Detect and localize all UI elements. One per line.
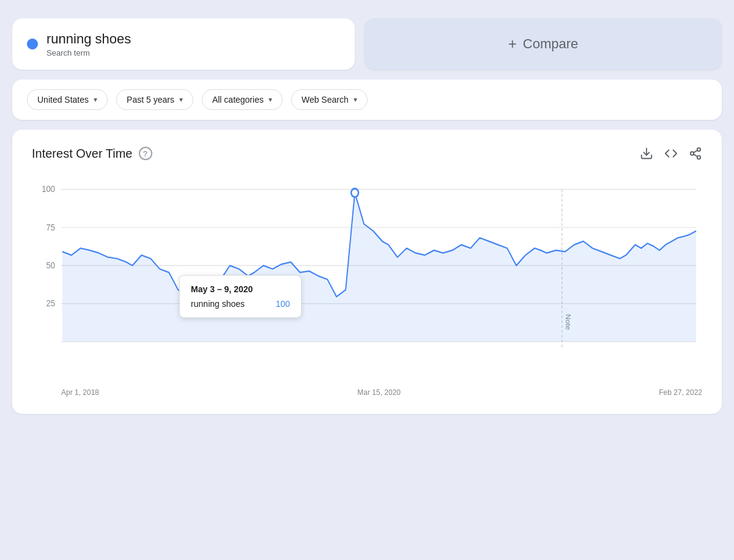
search-term-dot [27,39,38,50]
compare-label: Compare [523,36,578,52]
tooltip-term: running shoes [191,299,245,309]
download-icon[interactable] [640,147,653,160]
filter-type-label: Web Search [302,95,349,105]
filter-region-label: United States [37,95,89,105]
svg-text:25: 25 [46,298,55,308]
tooltip-row: running shoes 100 [191,299,290,309]
filter-region[interactable]: United States ▾ [27,89,108,110]
filter-time-label: Past 5 years [127,95,174,105]
chevron-down-icon: ▾ [354,95,357,104]
svg-line-5 [694,150,697,153]
x-label-mid: Mar 15, 2020 [357,388,401,397]
chart-card: Interest Over Time ? [12,130,722,414]
tooltip-date: May 3 – 9, 2020 [191,284,290,294]
svg-marker-17 [62,193,696,342]
filter-time[interactable]: Past 5 years ▾ [116,89,193,110]
search-term-label: Search term [46,48,131,57]
share-icon[interactable] [689,147,702,160]
svg-line-4 [694,154,697,157]
filter-type[interactable]: Web Search ▾ [291,89,368,110]
chevron-down-icon: ▾ [179,95,183,104]
tooltip-value: 100 [276,299,290,309]
search-card: running shoes Search term [12,18,355,70]
x-label-start: Apr 1, 2018 [61,388,99,397]
compare-card[interactable]: + Compare [365,18,722,70]
x-label-end: Feb 27, 2022 [659,388,702,397]
top-section: running shoes Search term + Compare [12,18,722,70]
filter-category[interactable]: All categories ▾ [202,89,283,110]
code-icon[interactable] [664,147,678,160]
svg-text:50: 50 [46,260,55,270]
chart-title: Interest Over Time [32,147,133,161]
search-term-info: running shoes Search term [46,31,131,57]
chevron-down-icon: ▾ [269,95,272,104]
chart-header: Interest Over Time ? [32,147,702,161]
chart-area: 100 75 50 25 Note May 3 – 9, 2020 runnin… [32,175,702,383]
chart-actions [640,147,702,160]
tooltip-dot [351,188,358,197]
search-term-value: running shoes [46,31,131,48]
tooltip-box: May 3 – 9, 2020 running shoes 100 [179,275,302,318]
chart-svg: 100 75 50 25 Note [32,175,702,383]
filter-category-label: All categories [212,95,264,105]
x-axis-labels: Apr 1, 2018 Mar 15, 2020 Feb 27, 2022 [32,383,702,397]
help-icon[interactable]: ? [139,147,152,160]
svg-text:75: 75 [46,221,55,232]
compare-plus-icon: + [508,35,517,53]
chevron-down-icon: ▾ [94,95,97,104]
filters-card: United States ▾ Past 5 years ▾ All categ… [12,79,722,120]
chart-title-area: Interest Over Time ? [32,147,152,161]
svg-text:100: 100 [42,183,55,194]
